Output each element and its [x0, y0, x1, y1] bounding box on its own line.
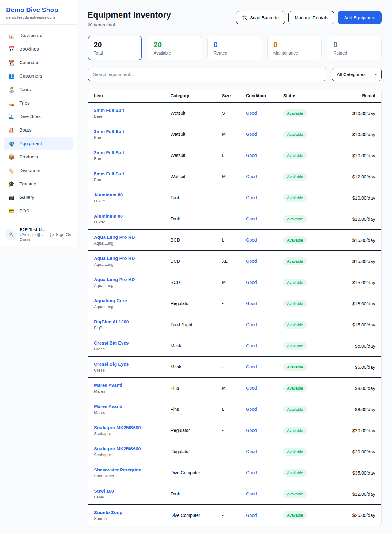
item-condition: Good [246, 238, 283, 242]
stat-label: Total [94, 51, 136, 55]
item-size: - [222, 428, 246, 433]
item-name-link[interactable]: 5mm Full Suit [94, 171, 171, 176]
user-icon [8, 232, 13, 237]
item-name-link[interactable]: 3mm Full Suit [94, 108, 171, 113]
stat-card-rented[interactable]: 0 Rented [207, 36, 262, 60]
table-header: Item Category Size Condition Status Rent… [88, 89, 381, 103]
item-name-link[interactable]: Suunto Zoop [94, 510, 171, 515]
item-brand: Bare [94, 135, 171, 140]
item-name-link[interactable]: Mares Avanti [94, 404, 171, 409]
sidebar-item-label: Gallery [19, 195, 34, 200]
item-category: Wetsuit [171, 132, 222, 137]
sidebar-item-calendar[interactable]: 📆 Calendar [4, 56, 73, 69]
item-name-link[interactable]: Cressi Big Eyes [94, 340, 171, 345]
sidebar-item-dive-sites[interactable]: 🌊 Dive Sites [4, 110, 73, 123]
sidebar-item-bookings[interactable]: 📅 Bookings [4, 42, 73, 56]
manage-rentals-button[interactable]: Manage Rentals [288, 11, 334, 24]
category-select[interactable]: All Categories [332, 68, 382, 81]
item-name-link[interactable]: Aqua Lung Pro HD [94, 235, 171, 240]
item-name-link[interactable]: Aqua Lung Pro HD [94, 256, 171, 261]
column-header-status: Status [283, 93, 330, 98]
sidebar-item-products[interactable]: 📦 Products [4, 150, 73, 164]
sidebar-item-label: Calendar [19, 60, 39, 65]
sidebar-item-boats[interactable]: ⛵ Boats [4, 123, 73, 137]
status-badge: Available [283, 406, 307, 413]
sidebar-item-tours[interactable]: 🏝️ Tours [4, 83, 73, 96]
sidebar-item-dashboard[interactable]: 📊 Dashboard [4, 29, 73, 42]
equipment-icon: 🤿 [8, 140, 15, 147]
item-size: L [222, 238, 246, 242]
sidebar-item-customers[interactable]: 👥 Customers [4, 69, 73, 83]
user-section: E2E Test U... e2e-tester@... Owner Sign … [0, 223, 77, 247]
stat-card-retired[interactable]: 0 Retired [327, 36, 382, 60]
table-row: Mares Avanti Mares Fins L Good Available… [88, 399, 381, 420]
sidebar-item-equipment[interactable]: 🤿 Equipment [4, 137, 73, 150]
item-size: M [222, 174, 246, 179]
sidebar-item-label: Boats [19, 127, 32, 133]
stats-row: 20 Total 20 Available 0 Rented 0 Mainten… [88, 36, 382, 60]
item-rental-price: $20.00/day [330, 428, 375, 433]
item-condition: Good [246, 428, 283, 433]
item-name-link[interactable]: Aluminum 80 [94, 213, 171, 219]
stat-card-total[interactable]: 20 Total [88, 36, 142, 60]
item-name-link[interactable]: Mares Avanti [94, 383, 171, 388]
item-name-link[interactable]: Cressi Big Eyes [94, 361, 171, 367]
sidebar-item-training[interactable]: 🎓 Training [4, 177, 73, 191]
item-brand: Aqua Lung [94, 241, 171, 246]
item-condition: Good [246, 322, 283, 327]
table-row: Aluminum 80 Luxfer Tank - Good Available… [88, 187, 381, 208]
status-badge: Available [283, 194, 307, 202]
item-name-link[interactable]: Steel 100 [94, 488, 171, 494]
table-row: Cressi Big Eyes Cressi Mask - Good Avail… [88, 357, 381, 378]
status-badge: Available [283, 152, 307, 159]
table-row: Aqua Lung Pro HD Aqua Lung BCD L Good Av… [88, 230, 381, 251]
table-row: Shearwater Peregrine Shearwater Dive Com… [88, 462, 381, 483]
item-name-link[interactable]: Shearwater Peregrine [94, 467, 171, 472]
table-row: Steel 100 Faber Tank - Good Available $1… [88, 483, 381, 505]
item-brand: Bare [94, 156, 171, 161]
item-name-link[interactable]: Aqualung Core [94, 298, 171, 303]
table-row: Scubapro MK25/S600 Scubapro Regulator - … [88, 420, 381, 441]
page-header: Equipment Inventory 20 items total [88, 10, 382, 27]
stat-label: Maintenance [273, 51, 316, 55]
sign-out-label: Sign Out [56, 232, 73, 237]
item-category: Wetsuit [171, 153, 222, 158]
item-name-link[interactable]: 3mm Full Suit [94, 129, 171, 134]
sidebar-item-label: Dive Sites [19, 114, 41, 119]
item-category: Dive Computer [171, 470, 222, 475]
sidebar-item-trips[interactable]: 🚤 Trips [4, 96, 73, 110]
add-equipment-button[interactable]: Add Equipment [338, 11, 382, 24]
item-name-link[interactable]: Scubapro MK25/S600 [94, 446, 171, 451]
item-size: M [222, 132, 246, 137]
scan-barcode-button[interactable]: Scan Barcode [236, 11, 285, 24]
item-name-link[interactable]: 3mm Full Suit [94, 150, 171, 155]
item-name-link[interactable]: Scubapro MK25/S600 [94, 425, 171, 430]
item-name-link[interactable]: Aluminum 80 [94, 192, 171, 197]
sidebar-item-pos[interactable]: 💳 POS [4, 204, 73, 218]
sidebar-item-label: Equipment [19, 141, 42, 146]
stat-card-maintenance[interactable]: 0 Maintenance [267, 36, 322, 60]
stat-value: 20 [94, 40, 136, 49]
stat-card-available[interactable]: 20 Available [148, 36, 202, 60]
app-root: Demo Dive Shop demo.test.divestreams.com… [0, 0, 392, 534]
item-name-link[interactable]: BigBlue AL1200 [94, 319, 171, 324]
sign-out-button[interactable]: Sign Out [50, 232, 73, 237]
sidebar-item-label: Tours [19, 87, 31, 92]
training-icon: 🎓 [8, 181, 15, 187]
item-category: Tank [171, 195, 222, 200]
item-brand: Shearwater [94, 474, 171, 478]
sidebar-item-gallery[interactable]: 📸 Gallery [4, 191, 73, 204]
status-badge: Available [283, 427, 307, 434]
item-name-link[interactable]: Aqua Lung Pro HD [94, 277, 171, 282]
search-input[interactable] [88, 68, 326, 81]
sidebar-item-discounts[interactable]: 🏷️ Discounts [4, 164, 73, 177]
item-category: Wetsuit [171, 174, 222, 179]
dashboard-icon: 📊 [8, 32, 15, 39]
item-brand: Cressi [94, 347, 171, 351]
scan-barcode-label: Scan Barcode [250, 15, 279, 20]
item-category: Regulator [171, 301, 222, 306]
item-category: Tank [171, 491, 222, 496]
item-brand: Bare [94, 114, 171, 119]
user-role: Owner [20, 238, 47, 242]
status-badge: Available [283, 279, 307, 286]
